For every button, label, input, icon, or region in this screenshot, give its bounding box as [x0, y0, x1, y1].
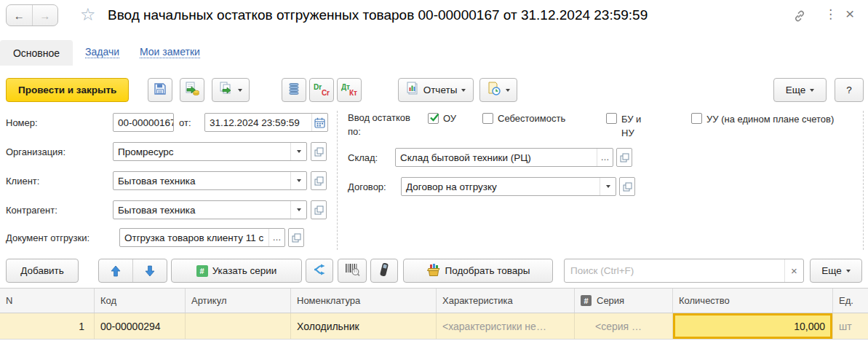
shipping-doc-value[interactable]: Отгрузка товаров клиенту 11 с: [120, 232, 268, 243]
contract-field[interactable]: Договор на отгрузку: [401, 177, 616, 196]
search-input[interactable]: [565, 259, 784, 282]
checkbox-uu[interactable]: УУ (на едином плане счетов): [691, 113, 836, 127]
checkbox-unchecked-icon[interactable]: [691, 113, 702, 124]
add-row-button[interactable]: Добавить: [6, 259, 79, 283]
register-records-button[interactable]: [282, 78, 306, 102]
number-value[interactable]: 00-00000167: [114, 117, 173, 128]
warehouse-value[interactable]: Склад бытовой техники (РЦ): [396, 152, 597, 163]
choose-ellipsis-button[interactable]: …: [597, 149, 613, 166]
forward-button[interactable]: →: [32, 5, 58, 26]
copy-post-icon: [219, 82, 234, 98]
move-row-up-button[interactable]: [99, 259, 132, 282]
checkbox-bu-nu[interactable]: БУ и НУ: [606, 113, 656, 141]
client-label: Клиент:: [6, 176, 39, 187]
cell-nomenclature[interactable]: Холодильник: [291, 313, 437, 339]
dropdown-arrow-icon[interactable]: [290, 172, 306, 189]
column-header-n[interactable]: N: [0, 289, 95, 313]
column-header-series[interactable]: # Серия: [575, 289, 673, 313]
contract-label: Договор:: [348, 181, 386, 192]
client-value[interactable]: Бытовая техника: [114, 176, 290, 187]
checkbox-checked-icon[interactable]: [428, 113, 439, 124]
table-header: N Код Артикул Номенклатура Характеристик…: [0, 288, 868, 313]
dropdown-arrow-icon[interactable]: [600, 178, 616, 195]
pick-goods-button[interactable]: Подобрать товары: [403, 259, 553, 283]
table-row[interactable]: 1 00-00000294 Холодильник <характеристик…: [0, 313, 868, 340]
date-field[interactable]: 31.12.2024 23:59:59: [204, 113, 328, 132]
column-header-article[interactable]: Артикул: [186, 289, 291, 313]
move-row-down-button[interactable]: [132, 259, 167, 282]
cell-characteristic[interactable]: <характеристики не…: [437, 313, 575, 339]
open-icon: [623, 182, 632, 192]
dropdown-arrow-icon[interactable]: [290, 143, 306, 160]
dt-kt-button[interactable]: ДтКт: [337, 78, 362, 102]
save-button[interactable]: [148, 78, 172, 102]
cell-n[interactable]: 1: [0, 313, 95, 339]
tab-my-notes[interactable]: Мои заметки: [140, 46, 200, 58]
right-splitter[interactable]: [863, 111, 864, 250]
cell-unit[interactable]: шт: [833, 313, 868, 339]
open-icon: [620, 153, 629, 162]
goods-box-icon: [426, 263, 441, 279]
warehouse-field[interactable]: Склад бытовой техники (РЦ) …: [395, 148, 613, 167]
post-copy-button[interactable]: [212, 78, 250, 102]
column-header-quantity[interactable]: Количество: [673, 289, 833, 313]
data-terminal-button[interactable]: [370, 259, 398, 283]
organization-field[interactable]: Промресурс: [113, 142, 307, 161]
help-button[interactable]: ?: [835, 78, 864, 102]
checkbox-unchecked-icon[interactable]: [482, 113, 493, 124]
open-icon: [314, 147, 324, 157]
checkbox-unchecked-icon[interactable]: [606, 113, 617, 124]
dropdown-arrow-icon[interactable]: [290, 201, 306, 219]
calendar-icon[interactable]: [311, 114, 327, 131]
link-icon[interactable]: [793, 9, 806, 25]
post-and-close-button[interactable]: Провести и закрыть: [6, 78, 129, 102]
register-stack-icon: [287, 82, 300, 98]
client-open-button[interactable]: [311, 171, 327, 190]
column-header-code[interactable]: Код: [95, 289, 186, 313]
cell-code[interactable]: 00-00000294: [95, 313, 186, 339]
dr-cr-button[interactable]: DrCr: [309, 78, 334, 102]
search-clear-icon[interactable]: ×: [784, 259, 803, 282]
cell-article[interactable]: [186, 313, 291, 339]
tab-main[interactable]: Основное: [0, 40, 73, 66]
window-menu-icon[interactable]: ⋮: [824, 8, 837, 20]
tab-main-label: Основное: [13, 47, 60, 59]
contract-value[interactable]: Договор на отгрузку: [402, 181, 600, 192]
document-schedule-button[interactable]: [479, 78, 517, 102]
more-button-top[interactable]: Еще: [773, 78, 827, 102]
counterparty-open-button[interactable]: [311, 200, 327, 219]
number-field[interactable]: 00-00000167: [113, 113, 174, 132]
column-header-unit[interactable]: Ед.: [833, 289, 868, 313]
date-value[interactable]: 31.12.2024 23:59:59: [205, 117, 311, 128]
checkbox-ou[interactable]: ОУ: [428, 113, 456, 124]
set-series-button[interactable]: # Указать серии: [171, 259, 302, 283]
client-field[interactable]: Бытовая техника: [113, 171, 307, 190]
cell-series[interactable]: <серия …: [575, 313, 673, 339]
column-header-characteristic[interactable]: Характеристика: [437, 289, 575, 313]
warehouse-open-button[interactable]: [616, 148, 632, 167]
back-button[interactable]: ←: [7, 5, 32, 26]
choose-ellipsis-button[interactable]: …: [268, 229, 284, 246]
column-header-nomenclature[interactable]: Номенклатура: [291, 289, 437, 313]
dr-cr-icon: DrCr: [314, 83, 330, 98]
cell-quantity-active[interactable]: 10,000: [673, 313, 833, 339]
barcode-icon: [344, 263, 360, 278]
organization-value[interactable]: Промресурс: [114, 146, 290, 157]
open-icon: [314, 176, 324, 186]
counterparty-field[interactable]: Бытовая техника: [113, 200, 307, 219]
counterparty-value[interactable]: Бытовая техника: [114, 205, 290, 216]
contract-open-button[interactable]: [619, 177, 635, 196]
shipping-doc-open-button[interactable]: [288, 228, 304, 247]
post-document-button[interactable]: [180, 78, 204, 102]
organization-open-button[interactable]: [311, 142, 327, 161]
checkbox-cost[interactable]: Себестоимость: [482, 113, 565, 124]
barcode-search-button[interactable]: [338, 259, 367, 283]
favorite-star-icon[interactable]: ☆: [80, 6, 96, 23]
reports-button[interactable]: Отчеты: [398, 78, 474, 102]
close-icon[interactable]: ×: [845, 6, 854, 21]
tab-tasks[interactable]: Задачи: [85, 46, 119, 58]
split-rows-button[interactable]: [306, 259, 333, 283]
column-splitter[interactable]: [337, 111, 338, 250]
more-button-items[interactable]: Еще: [810, 259, 862, 283]
shipping-doc-field[interactable]: Отгрузка товаров клиенту 11 с …: [119, 228, 285, 247]
